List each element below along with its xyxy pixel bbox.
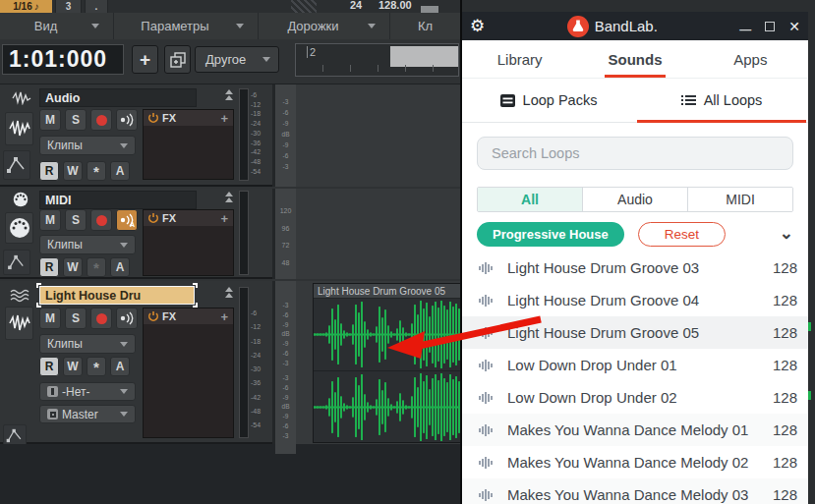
track-name: Audio (45, 91, 80, 105)
other-dropdown[interactable]: Другое (195, 46, 279, 73)
automation-write-button[interactable]: W (63, 357, 83, 376)
clips-dropdown[interactable]: Клипы (39, 235, 136, 254)
midi-track-type-button[interactable] (5, 212, 33, 244)
tab-apps[interactable]: Apps (693, 40, 808, 78)
automation-lane-button[interactable] (3, 424, 27, 446)
auto-label: A (116, 260, 125, 274)
automation-write-button[interactable]: W (63, 257, 83, 277)
chevron-down-icon[interactable]: ⌄ (780, 229, 793, 239)
gear-icon[interactable]: ⚙ (470, 16, 485, 36)
menu-view[interactable]: Вид (0, 13, 114, 39)
snapshot-button[interactable]: * (87, 357, 106, 376)
filter-audio[interactable]: Audio (583, 188, 688, 211)
record-arm-button[interactable] (90, 209, 112, 231)
empty-track-area[interactable] (0, 444, 460, 504)
level-meter (239, 88, 249, 181)
automation-a-button[interactable]: A (110, 161, 130, 181)
automation-write-button[interactable]: W (63, 161, 83, 181)
loop-row[interactable]: Low Down Drop Under 02 128 (462, 381, 808, 414)
window-controls: — ✕ (739, 17, 800, 36)
clip-header[interactable]: Light House Drum Groove 05 (314, 284, 460, 299)
snap-value-button[interactable]: 1/16 ♪ (0, 0, 52, 13)
track-name-field[interactable]: Audio (39, 88, 197, 107)
search-input[interactable] (477, 137, 793, 170)
solo-button[interactable]: S (65, 308, 87, 329)
collapse-track-icon[interactable] (225, 192, 233, 202)
triangle-up (225, 192, 233, 196)
audio-track-type-button[interactable] (5, 307, 33, 340)
minimize-button[interactable]: — (739, 23, 751, 36)
mute-button[interactable]: M (39, 209, 61, 231)
loop-row[interactable]: Makes You Wanna Dance Melody 01 128 (462, 414, 808, 446)
loop-row[interactable]: Makes You Wanna Dance Melody 03 128 (462, 478, 808, 504)
fx-bin[interactable]: FX + (143, 109, 234, 180)
midi-clip-lane[interactable] (296, 189, 460, 279)
record-arm-button[interactable] (90, 308, 112, 329)
input-echo-button[interactable] (116, 308, 138, 329)
filter-all[interactable]: All (478, 188, 583, 211)
snapshot-button[interactable]: * (87, 161, 106, 181)
loop-bpm: 128 (773, 389, 797, 406)
subtab-all-loops[interactable]: All Loops (635, 79, 808, 122)
solo-button[interactable]: S (65, 209, 87, 231)
automation-a-button[interactable]: A (110, 257, 130, 277)
snapshot-button[interactable]: * (87, 257, 106, 277)
track-name-field-editing[interactable]: Light House Dru (39, 286, 195, 305)
clips-dropdown-label: Клипы (47, 238, 83, 252)
reset-button[interactable]: Reset (638, 222, 726, 247)
record-arm-button[interactable] (90, 109, 112, 131)
maximize-button[interactable] (765, 22, 775, 31)
fx-bin[interactable]: FX + (143, 209, 234, 276)
menu-clips[interactable]: Кл (390, 13, 460, 39)
add-fx-button[interactable]: + (220, 111, 228, 126)
menu-tracks[interactable]: Дорожки (259, 13, 390, 39)
snap-triplet-button[interactable]: 3 (55, 0, 82, 13)
automation-a-button[interactable]: A (110, 357, 130, 376)
automation-read-button[interactable]: R (39, 257, 59, 277)
mute-button[interactable]: M (39, 109, 61, 131)
timeline-ruler[interactable]: 2 (295, 43, 459, 77)
clips-dropdown[interactable]: Клипы (39, 334, 136, 354)
loop-list[interactable]: Light House Drum Groove 03 128 Light Hou… (462, 252, 808, 504)
automation-read-button[interactable]: R (39, 357, 59, 376)
input-dropdown[interactable]: -Нет- (39, 382, 136, 401)
sounds-subtabs: Loop Packs All Loops (462, 79, 808, 123)
snap-dot-button[interactable]: . (85, 0, 108, 13)
input-echo-button-active[interactable]: A (116, 209, 138, 231)
waveform-icon (12, 91, 31, 105)
mute-button[interactable]: M (39, 308, 61, 329)
tab-sounds[interactable]: Sounds (577, 40, 692, 78)
svg-text:A: A (130, 221, 135, 228)
audio-track-type-button[interactable] (5, 112, 33, 145)
collapse-track-icon[interactable] (225, 287, 233, 298)
loop-row[interactable]: Makes You Wanna Dance Melody 02 128 (462, 446, 808, 478)
collapse-track-icon[interactable] (225, 89, 233, 100)
input-echo-button[interactable] (116, 109, 138, 131)
automation-read-button[interactable]: R (39, 161, 59, 181)
chevron-down-icon (120, 342, 128, 347)
filter-midi[interactable]: MIDI (688, 188, 792, 211)
ruler-selection[interactable] (390, 46, 458, 67)
tab-library[interactable]: Library (462, 40, 577, 78)
track-name-field[interactable]: MIDI (39, 191, 197, 209)
add-fx-button[interactable]: + (220, 309, 228, 324)
genre-filter-pill[interactable]: Progressive House (477, 222, 624, 247)
read-label: R (45, 164, 54, 178)
bandlab-logo: BandLab. (567, 16, 658, 37)
output-dropdown[interactable]: Master (39, 405, 136, 423)
loop-row[interactable]: Light House Drum Groove 03 128 (462, 252, 808, 284)
menu-params[interactable]: Параметры (114, 13, 259, 39)
automation-lane-button[interactable] (3, 150, 30, 180)
add-fx-button[interactable]: + (220, 211, 228, 226)
clips-dropdown[interactable]: Клипы (39, 136, 136, 155)
subtab-loop-packs[interactable]: Loop Packs (462, 79, 635, 122)
panel-title-bar[interactable]: ⚙ BandLab. — ✕ (462, 12, 808, 40)
fx-bin[interactable]: FX + (143, 308, 234, 438)
audio-clip-lane[interactable] (296, 84, 460, 187)
duplicate-button[interactable] (164, 45, 191, 74)
close-button[interactable]: ✕ (788, 19, 800, 34)
solo-button[interactable]: S (65, 109, 87, 131)
automation-lane-button[interactable] (3, 250, 30, 275)
chevron-down-icon (262, 57, 270, 62)
add-button[interactable]: + (132, 45, 158, 74)
